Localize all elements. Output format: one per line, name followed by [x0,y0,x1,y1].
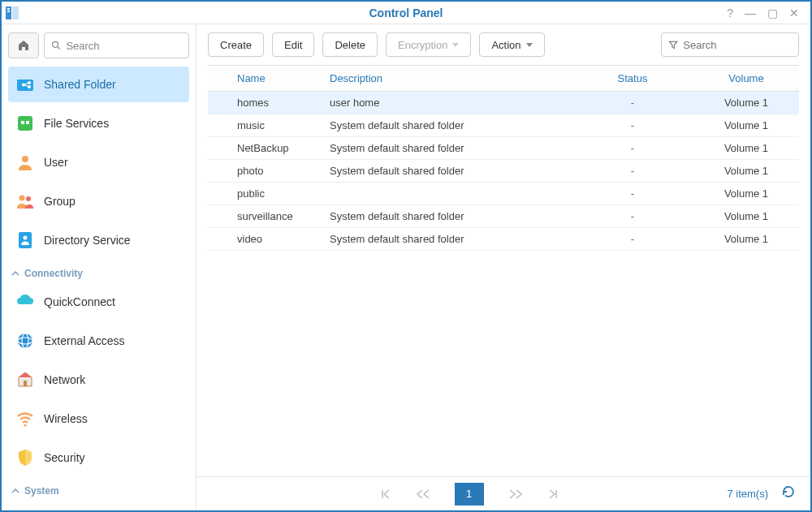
cell-volume: Volume 1 [693,92,799,114]
table-row[interactable]: surveillanceSystem default shared folder… [208,205,799,228]
create-button[interactable]: Create [208,32,264,57]
minimize-icon[interactable]: — [745,6,756,19]
cell-status: - [572,137,693,160]
sidebar-item-shared-folder[interactable]: Shared Folder [8,67,189,102]
svg-rect-14 [26,121,29,124]
filter-box[interactable] [661,32,799,57]
window-controls: ? — ▢ ✕ [727,6,810,19]
cell-name: NetBackup [208,137,322,160]
chevron-up-icon [11,487,19,495]
chevron-down-icon [526,43,533,47]
sidebar-item-label: Group [44,195,76,208]
sidebar-item-wireless[interactable]: Wireless [8,401,189,437]
col-name[interactable]: Name [208,66,322,92]
sidebar-item-label: Network [44,373,85,386]
section-label: System [24,485,59,497]
table-row[interactable]: photoSystem default shared folder-Volume… [208,160,799,183]
col-status[interactable]: Status [572,66,693,92]
svg-rect-3 [7,11,10,12]
section-connectivity[interactable]: Connectivity [8,261,189,284]
titlebar: Control Panel ? — ▢ ✕ [2,2,810,24]
directory-service-icon [15,230,36,251]
window: Control Panel ? — ▢ ✕ Sha [0,0,812,512]
sidebar-item-label: File Services [44,117,109,130]
sidebar-item-file-services[interactable]: File Services [8,105,189,141]
sidebar-item-external-access[interactable]: External Access [8,323,189,359]
search-icon [51,40,61,51]
svg-rect-23 [24,381,27,386]
table-row[interactable]: musicSystem default shared folder-Volume… [208,114,799,137]
sidebar-item-user[interactable]: User [8,144,189,180]
table-row[interactable]: homesuser home-Volume 1 [208,92,799,114]
svg-rect-1 [12,6,19,19]
body: Shared Folder File Services User Group [2,24,810,510]
table-row[interactable]: public-Volume 1 [208,183,799,205]
file-services-icon [15,113,36,134]
sidebar-search-input[interactable] [66,40,182,52]
svg-line-5 [58,47,60,49]
window-title: Control Panel [2,6,810,19]
svg-point-19 [24,236,28,240]
main: Create Edit Delete Encryption Action [197,24,810,510]
last-page-button[interactable] [547,488,559,500]
home-button[interactable] [8,32,39,58]
shared-folder-table: Name Description Status Volume homesuser… [208,65,799,251]
security-icon [15,447,36,468]
section-label: Connectivity [24,268,83,279]
svg-point-20 [18,333,32,348]
section-system[interactable]: System [8,479,189,501]
help-icon[interactable]: ? [727,6,733,19]
toolbar: Create Edit Delete Encryption Action [197,24,810,65]
sidebar-search[interactable] [44,32,189,58]
cell-name: video [208,228,322,251]
sidebar-item-quickconnect[interactable]: QuickConnect [8,284,189,320]
svg-rect-18 [19,232,32,248]
encryption-label: Encryption [398,39,447,51]
first-page-button[interactable] [380,488,391,500]
sidebar: Shared Folder File Services User Group [2,24,197,510]
edit-button[interactable]: Edit [272,32,314,57]
table-row[interactable]: videoSystem default shared folder-Volume… [208,228,799,251]
chevron-down-icon [452,43,459,47]
encryption-button[interactable]: Encryption [386,32,471,57]
action-label: Action [491,39,520,51]
chevron-up-icon [11,269,19,278]
col-description[interactable]: Description [322,66,572,92]
sidebar-item-label: Security [44,451,85,464]
action-button[interactable]: Action [479,32,544,57]
app-icon [2,2,23,24]
svg-point-24 [24,424,26,426]
sidebar-item-network[interactable]: Network [8,362,189,398]
cell-name: public [208,183,322,205]
cell-volume: Volume 1 [693,160,799,183]
sidebar-item-security[interactable]: Security [8,440,189,475]
pager: 1 7 item(s) [197,476,810,510]
col-volume[interactable]: Volume [693,66,799,92]
refresh-button[interactable] [781,484,796,503]
svg-point-4 [53,41,58,47]
cell-description: System default shared folder [322,228,572,251]
shared-folder-icon [15,74,36,95]
cell-volume: Volume 1 [693,137,799,160]
maximize-icon[interactable]: ▢ [767,6,778,19]
cell-description [322,183,572,205]
delete-button[interactable]: Delete [322,32,378,57]
cell-name: music [208,114,322,137]
filter-input[interactable] [683,39,792,51]
table-wrap: Name Description Status Volume homesuser… [197,65,810,476]
table-header-row: Name Description Status Volume [208,66,799,92]
sidebar-item-label: Directory Service [44,234,131,247]
group-icon [15,191,36,212]
next-page-button[interactable] [508,488,523,500]
cell-volume: Volume 1 [693,228,799,251]
page-number[interactable]: 1 [455,483,484,506]
table-row[interactable]: NetBackupSystem default shared folder-Vo… [208,137,799,160]
svg-point-15 [22,156,28,162]
close-icon[interactable]: ✕ [789,6,799,19]
prev-page-button[interactable] [416,488,430,500]
sidebar-item-group[interactable]: Group [8,183,189,219]
cell-name: photo [208,160,322,183]
sidebar-item-directory-service[interactable]: Directory Service [8,222,189,258]
cell-description: System default shared folder [322,205,572,228]
svg-point-17 [26,196,31,201]
